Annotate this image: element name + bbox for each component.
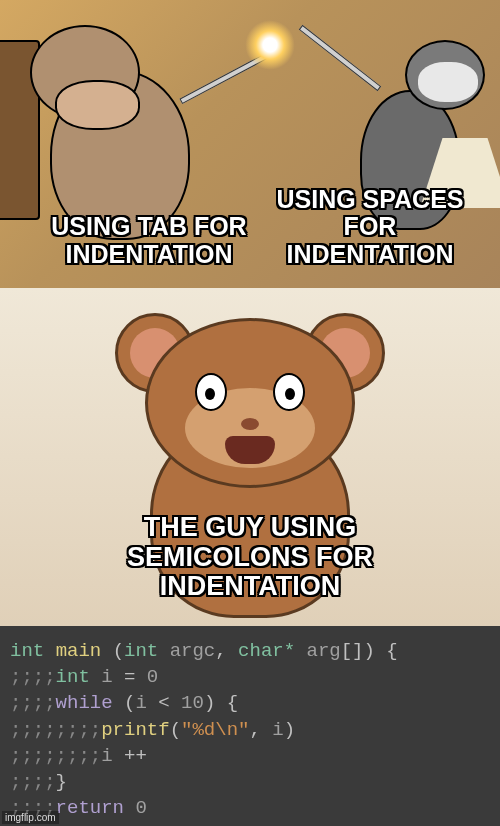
jerry-pupil-left: [205, 388, 215, 400]
watermark: imgflip.com: [2, 811, 59, 824]
jerry-pupil-right: [285, 388, 295, 400]
caption-middle: THE GUY USING SEMICOLONS FOR INDENTATION: [60, 513, 440, 602]
code-line-4: ;;;;;;;;printf("%d\n", i): [10, 717, 490, 743]
sword-clash-effect: [245, 20, 295, 70]
meme-panel-middle: THE GUY USING SEMICOLONS FOR INDENTATION: [0, 288, 500, 626]
code-line-5: ;;;;;;;;i ++: [10, 743, 490, 769]
code-line-7: ;;;;return 0: [10, 795, 490, 821]
code-line-6: ;;;;}: [10, 769, 490, 795]
code-line-3: ;;;;while (i < 10) {: [10, 690, 490, 716]
spike-dog-jaw: [55, 80, 140, 130]
caption-top-right: USING SPACES FOR INDENTATION: [260, 186, 480, 269]
code-line-2: ;;;;int i = 0: [10, 664, 490, 690]
meme-panel-top: USING TAB FOR INDENTATION USING SPACES F…: [0, 0, 500, 288]
code-panel: int main (int argc, char* arg[]) { ;;;;i…: [0, 626, 500, 826]
code-line-1: int main (int argc, char* arg[]) {: [10, 638, 490, 664]
jerry-nose: [241, 418, 259, 430]
sword-right: [299, 25, 381, 91]
caption-top-left: USING TAB FOR INDENTATION: [44, 213, 254, 268]
tom-cat-face: [418, 62, 478, 102]
